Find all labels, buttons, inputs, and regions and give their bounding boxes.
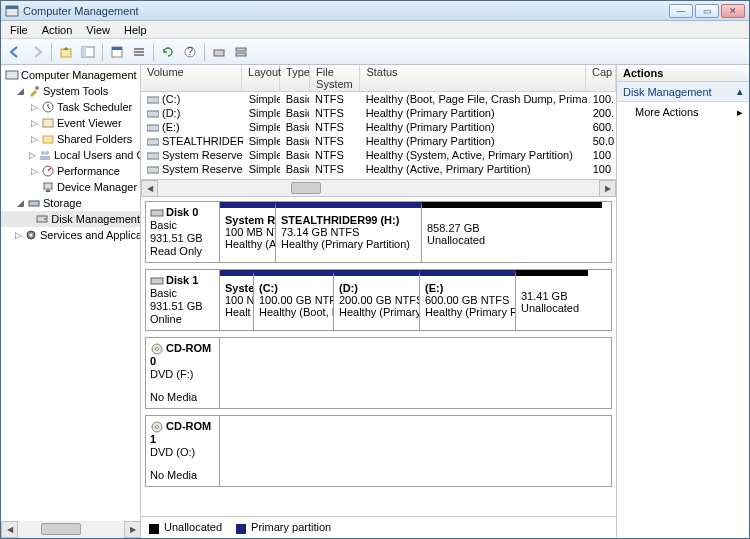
expand-icon[interactable]: ▷	[15, 230, 22, 240]
menu-file[interactable]: File	[3, 22, 35, 38]
tree-root[interactable]: Computer Management (Local	[1, 67, 140, 83]
partition[interactable]: STEALTHRIDER99 (H:)73.14 GB NTFSHealthy …	[276, 202, 422, 262]
back-button[interactable]	[5, 42, 25, 62]
disk-header[interactable]: CD-ROM 1DVD (O:)No Media	[146, 416, 220, 486]
partition[interactable]: (C:)100.00 GB NTFSHealthy (Boot, Pag	[254, 270, 334, 330]
volume-row[interactable]: STEALTHRIDER99 (H:)SimpleBasicNTFSHealth…	[141, 134, 616, 148]
minimize-button[interactable]: —	[669, 4, 693, 18]
volume-status: Healthy (Primary Partition)	[360, 107, 587, 119]
nav-tree[interactable]: Computer Management (Local ◢System Tools…	[1, 65, 141, 521]
volume-type: Basic	[280, 163, 309, 175]
disk-status: Read Only	[150, 245, 215, 258]
tree-device-manager[interactable]: Device Manager	[1, 179, 140, 195]
expand-icon[interactable]: ▷	[29, 166, 39, 176]
partition[interactable]: Syste100 NHealt	[220, 270, 254, 330]
svg-rect-13	[236, 48, 246, 51]
volume-name: STEALTHRIDER99 (H:)	[162, 135, 243, 147]
partition[interactable]: System Res100 MB NTFHealthy (Act	[220, 202, 276, 262]
disk-header[interactable]: Disk 1Basic931.51 GBOnline	[146, 270, 220, 330]
disk-row[interactable]: CD-ROM 1DVD (O:)No Media	[145, 415, 612, 487]
disk-row[interactable]: Disk 0Basic931.51 GBRead OnlySystem Res1…	[145, 201, 612, 263]
unallocated-space[interactable]: 31.41 GBUnallocated	[516, 270, 588, 330]
scroll-left-icon[interactable]: ◀	[141, 180, 158, 197]
disk-header[interactable]: CD-ROM 0DVD (F:)No Media	[146, 338, 220, 408]
volume-row[interactable]: System Reserved (G:)SimpleBasicNTFSHealt…	[141, 162, 616, 176]
partition-name: (D:)	[339, 282, 414, 294]
disk-row[interactable]: CD-ROM 0DVD (F:)No Media	[145, 337, 612, 409]
disk-header[interactable]: Disk 0Basic931.51 GBRead Only	[146, 202, 220, 262]
forward-button[interactable]	[27, 42, 47, 62]
volume-layout: Simple	[243, 135, 280, 147]
show-hide-tree-button[interactable]	[78, 42, 98, 62]
up-button[interactable]	[56, 42, 76, 62]
tree-local-users[interactable]: ▷Local Users and Groups	[1, 147, 140, 163]
volume-row[interactable]: (E:)SimpleBasicNTFSHealthy (Primary Part…	[141, 120, 616, 134]
expand-icon[interactable]: ▷	[29, 118, 39, 128]
unallocated-space[interactable]: 858.27 GBUnallocated	[422, 202, 602, 262]
partition[interactable]: (E:)600.00 GB NTFSHealthy (Primary Parti…	[420, 270, 516, 330]
scroll-left-icon[interactable]: ◀	[1, 521, 18, 538]
tree-task-scheduler[interactable]: ▷Task Scheduler	[1, 99, 140, 115]
volume-name: (C:)	[162, 93, 180, 105]
svg-rect-32	[147, 111, 159, 117]
tree-services[interactable]: ▷Services and Applications	[1, 227, 140, 243]
scroll-right-icon[interactable]: ▶	[124, 521, 141, 538]
volume-row[interactable]: (C:)SimpleBasicNTFSHealthy (Boot, Page F…	[141, 92, 616, 106]
expand-icon[interactable]: ▷	[29, 150, 36, 160]
header-capacity[interactable]: Cap	[586, 65, 616, 91]
partition[interactable]: (D:)200.00 GB NTFSHealthy (Primary Pat	[334, 270, 420, 330]
volume-type: Basic	[280, 107, 309, 119]
header-volume[interactable]: Volume	[141, 65, 242, 91]
expand-icon[interactable]: ▷	[29, 102, 39, 112]
tree-disk-management[interactable]: Disk Management	[1, 211, 140, 227]
partition-status: Healthy (Primary Partit	[425, 306, 510, 318]
scroll-right-icon[interactable]: ▶	[599, 180, 616, 197]
volume-layout: Simple	[243, 107, 280, 119]
disk-size: 931.51 GB	[150, 300, 215, 313]
scroll-thumb[interactable]	[41, 523, 81, 535]
tree-event-viewer[interactable]: ▷Event Viewer	[1, 115, 140, 131]
header-type[interactable]: Type	[280, 65, 310, 91]
tree-shared-folders[interactable]: ▷Shared Folders	[1, 131, 140, 147]
volume-scrollbar[interactable]: ◀ ▶	[141, 180, 616, 197]
collapse-icon[interactable]: ◢	[15, 86, 25, 96]
volume-status: Healthy (Boot, Page File, Crash Dump, Pr…	[360, 93, 587, 105]
expand-icon[interactable]: ▷	[29, 134, 39, 144]
menu-view[interactable]: View	[79, 22, 117, 38]
properties-button[interactable]	[107, 42, 127, 62]
titlebar[interactable]: Computer Management — ▭ ✕	[1, 1, 749, 21]
volume-fs: NTFS	[309, 107, 360, 119]
volume-capacity: 200.	[587, 107, 616, 119]
maximize-button[interactable]: ▭	[695, 4, 719, 18]
partition-size: 600.00 GB NTFS	[425, 294, 510, 306]
separator	[204, 43, 205, 61]
menu-action[interactable]: Action	[35, 22, 80, 38]
view-list-button[interactable]	[129, 42, 149, 62]
volume-row[interactable]: System ReservedSimpleBasicNTFSHealthy (S…	[141, 148, 616, 162]
collapse-icon[interactable]: ◢	[15, 198, 25, 208]
close-button[interactable]: ✕	[721, 4, 745, 18]
svg-rect-24	[44, 183, 52, 189]
menu-help[interactable]: Help	[117, 22, 154, 38]
help-button[interactable]: ?	[180, 42, 200, 62]
disk-settings-button[interactable]	[209, 42, 229, 62]
tree-performance[interactable]: ▷Performance	[1, 163, 140, 179]
volume-row[interactable]: (D:)SimpleBasicNTFSHealthy (Primary Part…	[141, 106, 616, 120]
tree-storage[interactable]: ◢Storage	[1, 195, 140, 211]
disk-graphical-view[interactable]: Disk 0Basic931.51 GBRead OnlySystem Res1…	[141, 197, 616, 516]
more-actions[interactable]: More Actions▸	[617, 102, 749, 123]
scroll-thumb[interactable]	[291, 182, 321, 194]
header-filesystem[interactable]: File System	[310, 65, 360, 91]
header-layout[interactable]: Layout	[242, 65, 280, 91]
tree-scrollbar[interactable]: ◀ ▶	[1, 521, 141, 538]
actions-section[interactable]: Disk Management▴	[617, 82, 749, 102]
disk-list-button[interactable]	[231, 42, 251, 62]
volume-list[interactable]: Volume Layout Type File System Status Ca…	[141, 65, 616, 180]
partition-area: System Res100 MB NTFHealthy (ActSTEALTHR…	[220, 202, 611, 262]
tree-system-tools[interactable]: ◢System Tools	[1, 83, 140, 99]
header-status[interactable]: Status	[360, 65, 586, 91]
refresh-button[interactable]	[158, 42, 178, 62]
disk-row[interactable]: Disk 1Basic931.51 GBOnlineSyste100 NHeal…	[145, 269, 612, 331]
storage-icon	[27, 196, 41, 210]
chevron-up-icon: ▴	[737, 85, 743, 98]
